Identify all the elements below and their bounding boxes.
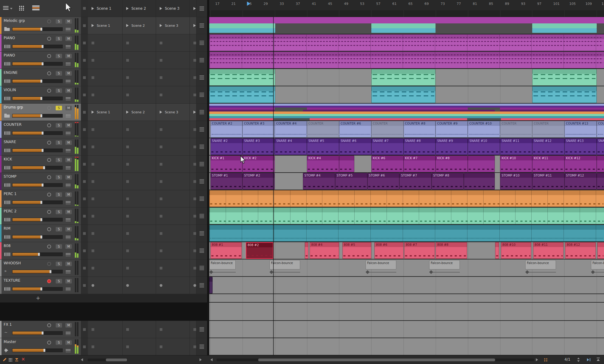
fade-node-icon[interactable]	[591, 270, 595, 274]
solo-button[interactable]: S	[56, 175, 62, 180]
scene-header[interactable]: Scene 3	[156, 0, 190, 17]
volume-fader-handle[interactable]	[38, 253, 40, 256]
group-lane-clip[interactable]	[307, 108, 468, 110]
clip-slot-stop-button[interactable]	[193, 232, 196, 235]
row-options-icon[interactable]	[200, 127, 204, 132]
solo-button[interactable]: S	[56, 192, 62, 197]
clip[interactable]: COUNTER #2	[210, 121, 243, 138]
record-arm-button[interactable]	[47, 106, 51, 110]
solo-button[interactable]: S	[56, 19, 62, 24]
mute-button[interactable]: M	[65, 54, 72, 58]
mute-button[interactable]: M	[65, 36, 72, 41]
clip[interactable]: SNARE #14	[597, 138, 604, 155]
clip[interactable]: KICK #11	[532, 156, 564, 172]
clip[interactable]: SNARE #11	[500, 138, 532, 155]
record-arm-button[interactable]	[47, 175, 51, 179]
row-options-icon[interactable]	[200, 179, 204, 184]
arranger-track-lane[interactable]	[209, 69, 604, 86]
clip-slot[interactable]	[88, 121, 123, 138]
arranger-empty-lane[interactable]	[209, 303, 604, 321]
clip[interactable]: 808 #11	[533, 242, 564, 259]
stop-clips-button[interactable]	[83, 76, 86, 79]
clip[interactable]	[597, 173, 604, 190]
volume-fader-handle[interactable]	[42, 184, 43, 187]
row-options-icon[interactable]	[200, 58, 204, 62]
mute-button[interactable]: M	[65, 210, 72, 214]
clip-slot-scene[interactable]: Scene 2	[123, 17, 156, 34]
clip-slot-stop-button[interactable]	[126, 163, 129, 166]
track-menu-icon[interactable]	[66, 45, 71, 48]
clip[interactable]: SNARE #3	[242, 138, 275, 155]
clip[interactable]: STOMP #2	[242, 173, 275, 190]
stop-clips-button[interactable]	[83, 128, 86, 131]
clip-slot-stop-button[interactable]	[92, 42, 94, 44]
clip[interactable]	[305, 242, 308, 259]
solo-button[interactable]: S	[56, 244, 62, 249]
clip-slot[interactable]	[123, 242, 156, 259]
audio-clip[interactable]: Falcon-bounce	[366, 259, 396, 276]
clip-slot[interactable]	[123, 69, 156, 86]
group-lane-clip[interactable]	[209, 118, 273, 120]
clip-slot-stop-button[interactable]	[160, 59, 162, 62]
clip-slot-stop-button[interactable]	[160, 76, 162, 79]
stop-clips-button[interactable]	[83, 24, 86, 27]
clip-slot[interactable]	[88, 86, 123, 104]
group-lane-clip[interactable]	[209, 114, 604, 116]
add-track-button[interactable]: +	[36, 295, 40, 301]
row-options-icon[interactable]	[200, 345, 204, 349]
volume-fader[interactable]	[12, 114, 63, 118]
track-menu-icon[interactable]	[66, 80, 71, 83]
clip[interactable]: 808 #12	[565, 242, 596, 259]
track-header[interactable]: PIANOSM	[0, 52, 81, 69]
track-header[interactable]: VIOLINSM	[0, 86, 81, 104]
audio-clip[interactable]: Falcon-bounce	[429, 259, 460, 276]
arranger-track-lane[interactable]: 808 #1808 #2808 #4808 #5808 #6808 #7808 …	[209, 242, 604, 259]
clip-slot-stop-button[interactable]	[92, 94, 94, 96]
mute-button[interactable]: M	[65, 140, 72, 145]
solo-button[interactable]: S	[56, 210, 62, 214]
group-lane-clip[interactable]	[209, 106, 604, 108]
row-options-icon[interactable]	[200, 231, 204, 235]
clip[interactable]: COUNTER	[307, 121, 339, 138]
clip[interactable]	[209, 52, 604, 68]
arranger-track-lane[interactable]: KICK #1KICK #2KICK #4KICK #6KICK #7KICK …	[209, 156, 604, 173]
record-arm-button[interactable]	[47, 262, 51, 266]
group-lane-clip[interactable]	[532, 23, 597, 29]
clip[interactable]	[597, 242, 604, 259]
group-lane-clip[interactable]	[371, 28, 436, 33]
clip[interactable]	[209, 34, 604, 51]
scene-play-icon[interactable]	[193, 24, 196, 27]
row-options-icon[interactable]	[200, 93, 204, 97]
track-menu-icon[interactable]	[66, 115, 71, 118]
row-options-icon[interactable]	[200, 197, 204, 201]
clip[interactable]: SNARE #12	[532, 138, 564, 155]
clip-slot-stop-button[interactable]	[193, 328, 196, 331]
pencil-tool-icon[interactable]	[3, 358, 6, 361]
stop-clips-button[interactable]	[83, 345, 86, 348]
clip[interactable]	[597, 156, 604, 172]
clip-slot[interactable]	[123, 52, 156, 69]
track-header[interactable]: MasterSM	[0, 338, 81, 355]
clip-slot[interactable]	[156, 156, 190, 173]
record-arm-button[interactable]	[47, 227, 51, 231]
clip-slot[interactable]	[190, 173, 196, 190]
clip[interactable]: KICK #10	[500, 156, 532, 172]
timeline-ruler[interactable]: 1721252933374145495357616569737781858993…	[209, 0, 604, 17]
arranger-scrollbar-thumb[interactable]	[258, 359, 495, 361]
clip-slot[interactable]	[190, 225, 196, 242]
clip-slot[interactable]	[88, 277, 123, 294]
solo-button[interactable]: S	[56, 323, 62, 328]
clip[interactable]: COUNTER #6	[339, 121, 371, 138]
volume-fader[interactable]	[12, 235, 63, 239]
volume-fader[interactable]	[12, 331, 63, 335]
clip-slot[interactable]	[123, 173, 156, 190]
arranger-track-lane[interactable]: Falcon-bounceFalcon-bounceFalcon-bounceF…	[209, 259, 604, 277]
arranger-track-lane[interactable]: COUNTER #2COUNTER #3COUNTER #4COUNTERCOU…	[209, 121, 604, 138]
clip[interactable]: 808 #4	[310, 242, 339, 259]
group-lane-clip[interactable]	[209, 17, 604, 23]
clip-slot-stop-button[interactable]	[126, 76, 129, 79]
track-menu-icon[interactable]	[66, 97, 71, 100]
group-lane-clip[interactable]	[209, 110, 275, 112]
clip-slot[interactable]	[190, 242, 196, 259]
volume-fader[interactable]	[12, 287, 63, 291]
